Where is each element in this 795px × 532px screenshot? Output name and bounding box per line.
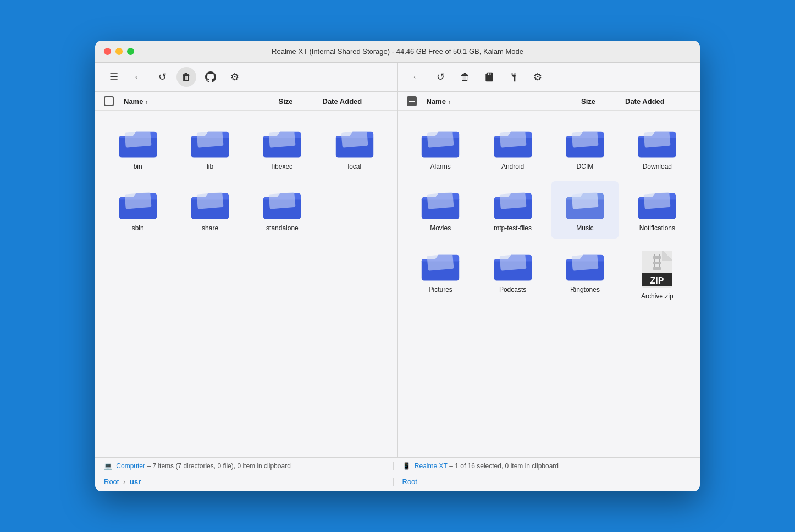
file-item-archive-zip[interactable]: ZIP Archive.zip [623,243,691,307]
svg-rect-27 [571,192,598,209]
minimize-button[interactable] [115,48,123,55]
folder-icon-notifications [637,188,677,221]
folder-icon-lib [190,126,230,159]
folder-item-bin[interactable]: bin [104,120,172,177]
main-window: Realme XT (Internal Shared Storage) - 44… [95,41,700,491]
folder-item-libexec[interactable]: libexec [249,120,316,177]
right-name-sort-arrow: ↑ [448,98,451,105]
folder-item-notifications[interactable]: Notifications [623,181,691,239]
folder-icon-share [190,188,230,221]
folder-item-android[interactable]: Android [479,120,546,177]
left-toolbar: ☰ ← ↺ 🗑 ⚙ [95,63,398,91]
folder-item-pictures[interactable]: Pictures [407,243,474,307]
folder-label-pictures: Pictures [429,286,452,293]
folder-item-standalone[interactable]: standalone [249,181,316,239]
traffic-lights [104,48,134,55]
toolbar-row: ☰ ← ↺ 🗑 ⚙ ← ↺ 🗑 ⚙ [95,63,700,92]
folder-label-bin: bin [134,163,142,170]
folder-label-libexec: libexec [272,163,292,170]
close-button[interactable] [104,48,111,55]
svg-rect-9 [124,192,151,209]
left-size-header[interactable]: Size [279,97,323,106]
left-github-button[interactable] [201,67,220,87]
right-name-header[interactable]: Name ↑ [427,97,582,106]
folder-icon-local [335,126,374,159]
folder-item-alarms[interactable]: Alarms [407,120,474,177]
right-delete-button[interactable]: 🗑 [455,67,475,87]
folder-item-ringtones[interactable]: Ringtones [551,243,619,307]
svg-rect-17 [499,131,526,148]
svg-rect-7 [341,131,368,148]
right-settings-button[interactable]: ⚙ [528,67,548,87]
folder-label-mtp-test-files: mtp-test-files [494,224,532,232]
left-status-link[interactable]: Computer [116,462,145,470]
folder-item-lib[interactable]: lib [176,120,244,177]
right-status-detail: – 1 of 16 selected, 0 item in clipboard [449,462,559,470]
right-size-header[interactable]: Size [581,97,625,106]
left-delete-button[interactable]: 🗑 [176,67,196,87]
folder-label-download: Download [643,163,672,170]
svg-rect-23 [427,192,454,209]
folder-item-dcim[interactable]: DCIM [551,120,619,177]
right-date-header[interactable]: Date Added [625,97,691,106]
folder-item-mtp-test-files[interactable]: mtp-test-files [479,181,546,239]
svg-rect-3 [197,131,224,148]
folder-label-standalone: standalone [266,224,299,232]
folder-label-music: Music [576,224,593,232]
right-plug-button[interactable] [504,67,523,87]
folder-label-lib: lib [207,163,213,170]
left-breadcrumb: Root › usr [104,478,393,486]
folder-item-download[interactable]: Download [623,120,691,177]
folder-item-sbin[interactable]: sbin [104,181,172,239]
breadcrumb-bar: Root › usr Root [95,474,700,491]
svg-rect-29 [644,192,671,209]
select-all-checkbox[interactable] [104,96,119,106]
folder-item-share[interactable]: share [176,181,244,239]
right-status-link[interactable]: Realme XT [415,462,448,470]
folder-icon-download [637,126,677,159]
folder-icon-standalone [262,188,302,221]
zip-icon: ZIP [641,250,673,289]
left-back-button[interactable]: ← [128,67,148,87]
breadcrumb-current[interactable]: usr [130,478,141,486]
content-area: Name ↑ Size Date Added [95,92,700,457]
left-name-header[interactable]: Name ↑ [124,97,279,106]
folder-label-podcasts: Podcasts [499,286,526,293]
folder-item-music[interactable]: Music [551,181,619,239]
svg-rect-19 [571,131,598,148]
folder-icon-ringtones [565,250,605,282]
folder-label-movies: Movies [430,224,451,232]
breadcrumb-root[interactable]: Root [104,478,119,486]
folder-item-local[interactable]: local [321,120,388,177]
maximize-button[interactable] [127,48,134,55]
title-bar: Realme XT (Internal Shared Storage) - 44… [95,41,700,63]
right-status: 📱 Realme XT – 1 of 16 selected, 0 item i… [393,462,692,470]
right-select-all[interactable] [407,96,422,106]
svg-rect-31 [427,254,454,271]
left-status: 💻 Computer – 7 items (7 directories, 0 f… [104,462,393,470]
folder-item-podcasts[interactable]: Podcasts [479,243,546,307]
svg-rect-15 [427,131,454,148]
right-files-grid: Alarms Android [398,111,700,457]
svg-rect-21 [644,131,671,148]
left-date-header[interactable]: Date Added [323,97,389,106]
folder-icon-music [565,188,605,221]
folder-item-movies[interactable]: Movies [407,181,474,239]
svg-rect-11 [197,192,224,209]
svg-rect-25 [499,192,526,209]
right-refresh-button[interactable]: ↺ [431,67,451,87]
svg-rect-33 [499,254,526,271]
svg-rect-42 [653,262,661,264]
right-back-button[interactable]: ← [407,67,427,87]
folder-label-dcim: DCIM [577,163,594,170]
window-title: Realme XT (Internal Shared Storage) - 44… [272,47,523,56]
left-settings-button[interactable]: ⚙ [225,67,245,87]
folder-icon-libexec [262,126,302,159]
left-refresh-button[interactable]: ↺ [152,67,172,87]
right-breadcrumb-root[interactable]: Root [402,478,417,486]
left-pane: Name ↑ Size Date Added [95,92,398,457]
menu-button[interactable]: ☰ [104,67,124,87]
right-sdcard-button[interactable] [479,67,499,87]
folder-icon-mtp-test-files [493,188,533,221]
left-grid: bin lib [104,120,389,239]
